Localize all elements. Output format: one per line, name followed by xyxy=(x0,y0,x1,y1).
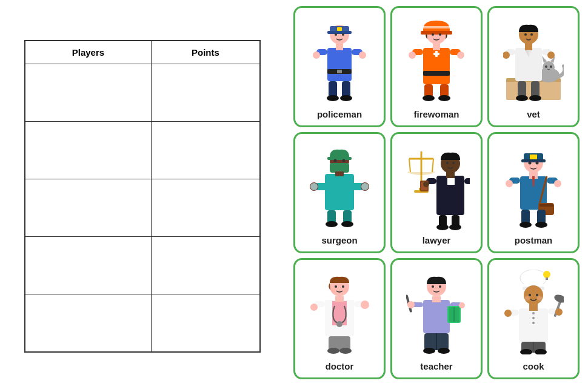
card-policeman[interactable]: policeman xyxy=(293,6,386,127)
svg-point-72 xyxy=(326,221,338,227)
svg-point-158 xyxy=(524,285,543,305)
right-panel: policeman xyxy=(285,0,588,392)
postman-image xyxy=(489,134,578,233)
svg-rect-167 xyxy=(529,304,538,311)
card-firewoman[interactable]: firewoman xyxy=(390,6,483,127)
svg-point-112 xyxy=(506,180,513,187)
lawyer-image xyxy=(392,134,481,233)
svg-point-35 xyxy=(438,95,450,101)
card-vet[interactable]: vet xyxy=(487,6,580,127)
svg-rect-7 xyxy=(337,70,342,73)
svg-point-119 xyxy=(335,285,337,288)
svg-rect-62 xyxy=(325,174,354,210)
svg-point-164 xyxy=(532,312,535,314)
svg-point-129 xyxy=(361,301,369,309)
policeman-image xyxy=(295,8,384,107)
svg-point-161 xyxy=(525,296,530,301)
player-name-3 xyxy=(25,179,152,236)
svg-point-121 xyxy=(331,288,336,293)
card-teacher[interactable]: teacher xyxy=(390,258,483,379)
svg-point-120 xyxy=(342,285,344,288)
svg-point-171 xyxy=(553,293,564,304)
player-points-5 xyxy=(151,294,259,351)
svg-rect-26 xyxy=(435,51,438,57)
svg-line-77 xyxy=(432,159,433,172)
svg-point-45 xyxy=(524,33,527,36)
policeman-label: policeman xyxy=(317,107,362,121)
svg-point-39 xyxy=(543,61,555,73)
svg-point-61 xyxy=(342,159,346,162)
table-row xyxy=(25,294,260,351)
svg-point-69 xyxy=(361,183,369,190)
teacher-image xyxy=(392,260,481,359)
svg-rect-59 xyxy=(330,163,349,173)
svg-rect-5 xyxy=(336,43,343,50)
card-cook[interactable]: cook xyxy=(487,258,580,379)
svg-rect-140 xyxy=(432,296,441,302)
cards-row-2: surgeon xyxy=(293,132,580,253)
player-points-4 xyxy=(151,236,259,294)
svg-point-46 xyxy=(530,33,533,36)
vet-image xyxy=(489,8,578,107)
svg-point-113 xyxy=(554,180,561,187)
svg-rect-3 xyxy=(337,27,342,31)
svg-point-116 xyxy=(520,222,532,228)
svg-point-117 xyxy=(535,222,547,228)
svg-point-103 xyxy=(536,164,541,169)
table-row xyxy=(25,64,260,121)
svg-point-147 xyxy=(407,301,415,308)
svg-rect-85 xyxy=(446,172,455,178)
table-row xyxy=(25,236,260,294)
svg-line-76 xyxy=(409,159,410,172)
surgeon-image xyxy=(295,134,384,233)
svg-point-152 xyxy=(438,348,450,354)
svg-point-42 xyxy=(545,65,547,68)
svg-point-34 xyxy=(423,95,435,101)
svg-point-31 xyxy=(457,51,464,59)
postman-label: postman xyxy=(515,233,553,247)
svg-point-95 xyxy=(449,224,461,230)
svg-point-56 xyxy=(529,95,541,101)
card-doctor[interactable]: doctor xyxy=(293,258,386,379)
left-panel: Players Points xyxy=(0,0,285,392)
svg-point-101 xyxy=(536,161,539,164)
svg-rect-58 xyxy=(327,157,352,160)
card-lawyer[interactable]: lawyer xyxy=(390,132,483,253)
svg-point-130 xyxy=(310,304,318,311)
svg-point-55 xyxy=(516,95,528,101)
cook-label: cook xyxy=(523,359,544,373)
svg-point-22 xyxy=(439,33,441,36)
svg-point-82 xyxy=(452,162,455,164)
teacher-label: teacher xyxy=(420,359,452,373)
svg-point-30 xyxy=(409,51,416,59)
card-postman[interactable]: postman xyxy=(487,132,580,253)
svg-point-133 xyxy=(339,348,352,354)
svg-point-172 xyxy=(504,310,512,317)
svg-point-100 xyxy=(529,161,532,164)
vet-label: vet xyxy=(527,107,540,121)
svg-rect-126 xyxy=(335,296,344,302)
svg-rect-63 xyxy=(335,171,344,176)
svg-point-165 xyxy=(532,317,535,319)
svg-rect-87 xyxy=(464,178,470,184)
svg-point-159 xyxy=(529,294,531,296)
svg-point-137 xyxy=(428,287,433,292)
svg-point-138 xyxy=(440,287,445,292)
col-players: Players xyxy=(25,41,152,64)
svg-point-135 xyxy=(432,285,434,288)
svg-rect-4 xyxy=(327,48,352,81)
player-points-1 xyxy=(151,64,259,121)
svg-rect-24 xyxy=(433,43,440,50)
doctor-image xyxy=(295,260,384,359)
svg-rect-48 xyxy=(525,43,532,50)
card-surgeon[interactable]: surgeon xyxy=(293,132,386,253)
svg-point-43 xyxy=(550,65,552,68)
svg-point-14 xyxy=(327,95,339,101)
svg-point-151 xyxy=(423,348,435,354)
svg-point-11 xyxy=(359,51,366,59)
svg-point-102 xyxy=(526,164,530,169)
svg-point-173 xyxy=(555,308,563,316)
cards-row-1: policeman xyxy=(293,6,580,127)
player-name-5 xyxy=(25,294,152,351)
svg-point-90 xyxy=(423,181,429,187)
